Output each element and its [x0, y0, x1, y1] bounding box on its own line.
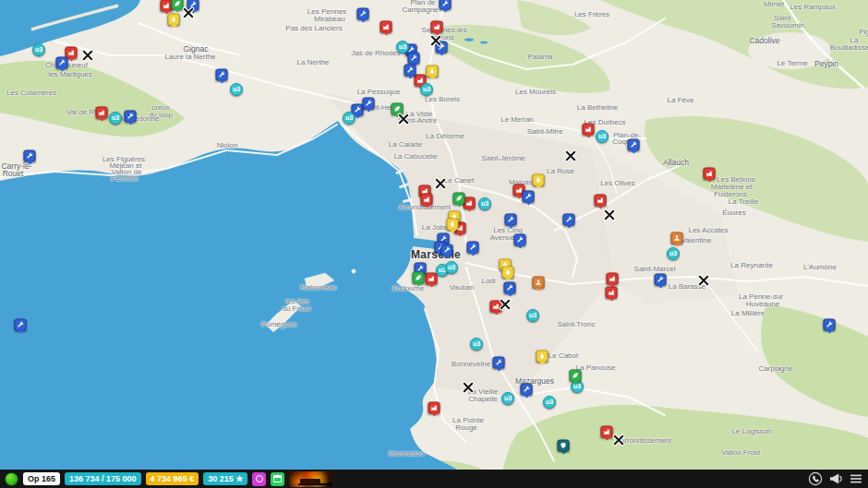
marker-pointer — [127, 122, 134, 125]
industry-marker[interactable] — [426, 273, 438, 285]
service-marker[interactable] — [56, 57, 68, 69]
service-marker[interactable] — [505, 214, 517, 226]
u3-company-marker[interactable]: u3 — [543, 396, 556, 409]
service-marker[interactable] — [357, 8, 369, 20]
marker-pointer — [455, 204, 463, 208]
service-marker[interactable] — [523, 191, 535, 203]
app-window: Plan deCampagneLes PennesMirabeauPas des… — [0, 0, 868, 488]
marker-pointer — [438, 53, 445, 56]
repair-tools-icon[interactable] — [564, 149, 578, 163]
u3-company-marker[interactable]: u3 — [445, 261, 458, 274]
service-marker[interactable] — [493, 357, 505, 369]
service-marker[interactable] — [563, 214, 575, 226]
u3-company-marker[interactable]: u3 — [526, 309, 539, 322]
marker-pointer — [469, 253, 476, 256]
event-truck-logo[interactable] — [289, 471, 332, 487]
service-marker[interactable] — [628, 139, 640, 151]
marker-pointer — [430, 413, 438, 417]
u3-company-marker[interactable]: u3 — [420, 83, 433, 96]
repair-tools-icon[interactable] — [397, 113, 411, 126]
industry-marker[interactable] — [606, 287, 618, 299]
depot-marker[interactable] — [558, 440, 570, 452]
service-marker[interactable] — [404, 65, 416, 77]
fuel-marker[interactable] — [536, 351, 549, 363]
repair-tools-icon[interactable] — [612, 434, 626, 447]
service-marker[interactable] — [15, 319, 27, 331]
points-badge[interactable]: 30 215 ★ — [203, 472, 247, 485]
marker-pointer — [170, 25, 177, 29]
eco-marker[interactable] — [453, 193, 465, 205]
service-marker[interactable] — [514, 234, 526, 246]
u3-company-marker[interactable]: u3 — [478, 197, 491, 210]
fuel-marker[interactable] — [427, 65, 439, 77]
wallet-icon — [273, 475, 282, 482]
repair-tools-icon[interactable] — [603, 208, 617, 222]
industry-marker[interactable] — [421, 194, 433, 206]
fuel-marker[interactable] — [533, 174, 545, 186]
industry-marker[interactable] — [428, 402, 440, 414]
service-marker[interactable] — [467, 242, 479, 254]
u3-company-marker[interactable]: u3 — [109, 112, 122, 125]
service-marker[interactable] — [441, 244, 453, 256]
marker-pointer — [535, 185, 542, 189]
u3-company-marker[interactable]: u3 — [396, 41, 409, 54]
u3-company-marker[interactable]: u3 — [667, 247, 680, 260]
repair-tools-icon[interactable] — [462, 381, 476, 395]
industry-marker[interactable] — [380, 21, 392, 33]
marker-pointer — [506, 293, 513, 297]
industry-marker[interactable] — [607, 273, 619, 285]
service-marker[interactable] — [216, 69, 228, 81]
operations-badge[interactable]: Op 165 — [23, 472, 60, 485]
service-marker[interactable] — [824, 319, 836, 331]
contact-marker[interactable] — [533, 277, 545, 289]
repair-tools-icon[interactable] — [697, 274, 711, 288]
industry-marker[interactable] — [583, 124, 595, 136]
marker-pointer — [504, 278, 512, 281]
industry-marker[interactable] — [96, 107, 108, 119]
u3-company-marker[interactable]: u3 — [596, 130, 609, 143]
service-marker[interactable] — [363, 98, 375, 110]
fuel-marker[interactable] — [168, 14, 180, 26]
service-marker[interactable] — [125, 111, 137, 123]
u3-company-marker[interactable]: u3 — [230, 83, 243, 96]
service-marker[interactable] — [24, 150, 36, 162]
camera-button[interactable] — [252, 472, 266, 486]
status-indicator — [5, 472, 18, 486]
repair-tools-icon[interactable] — [182, 6, 196, 20]
industry-marker[interactable] — [431, 21, 443, 33]
u3-company-marker[interactable]: u3 — [470, 338, 483, 351]
marker-pointer — [382, 32, 390, 36]
repair-tools-icon[interactable] — [434, 177, 448, 191]
u3-company-marker[interactable]: u3 — [501, 392, 514, 405]
fuel-marker[interactable] — [502, 267, 514, 279]
marker-pointer — [98, 118, 105, 122]
service-marker[interactable] — [655, 274, 667, 286]
capacity-badge[interactable]: 136 734 / 175 000 — [65, 472, 141, 485]
marker-pointer — [516, 245, 524, 249]
bottom-bar: Op 165 136 734 / 175 000 4 734 965 € 30 … — [0, 470, 868, 488]
announcements-button[interactable] — [827, 471, 843, 486]
fuel-marker[interactable] — [447, 219, 459, 231]
menu-button[interactable] — [848, 471, 863, 486]
eco-marker[interactable] — [570, 370, 582, 382]
marker-pointer — [428, 284, 435, 288]
service-marker[interactable] — [440, 0, 452, 10]
repair-tools-icon[interactable] — [81, 49, 95, 63]
phone-button[interactable] — [807, 471, 823, 486]
service-marker[interactable] — [521, 384, 533, 396]
service-marker[interactable] — [504, 282, 516, 294]
money-badge[interactable]: 4 734 965 € — [146, 472, 199, 485]
marker-pointer — [17, 330, 24, 334]
contact-marker[interactable] — [671, 232, 683, 244]
repair-tools-icon[interactable] — [429, 34, 443, 48]
u3-company-marker[interactable]: u3 — [32, 43, 45, 56]
industry-marker[interactable] — [595, 195, 607, 207]
wallet-button[interactable] — [271, 472, 284, 486]
map[interactable]: Plan deCampagneLes PennesMirabeauPas des… — [0, 0, 868, 488]
service-marker[interactable] — [408, 53, 420, 65]
eco-marker[interactable] — [413, 272, 425, 284]
u3-company-marker[interactable]: u3 — [343, 112, 356, 125]
industry-marker[interactable] — [704, 168, 716, 180]
repair-tools-icon[interactable] — [499, 298, 512, 312]
marker-pointer — [456, 233, 464, 237]
